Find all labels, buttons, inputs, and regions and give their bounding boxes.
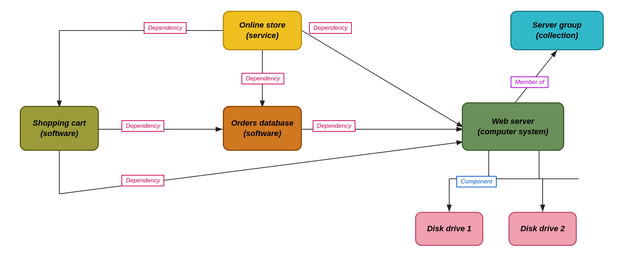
online-store-node: Online store (service) — [223, 11, 302, 50]
member-of-label: Member of — [511, 76, 548, 88]
server-group-node: Server group (collection) — [510, 11, 604, 50]
component-label: Component — [456, 176, 497, 187]
svg-line-4 — [302, 31, 464, 127]
orders-database-node: Orders database (software) — [223, 106, 302, 151]
dependency-label-6: Dependency — [121, 175, 164, 186]
dependency-label-4: Dependency — [121, 120, 164, 132]
disk-drive-1-node: Disk drive 1 — [415, 212, 483, 246]
disk-drive-2-node: Disk drive 2 — [509, 212, 577, 246]
web-server-node: Web server (computer system) — [462, 102, 564, 151]
dependency-label-5: Dependency — [313, 120, 355, 132]
shopping-cart-node: Shopping cart (software) — [20, 106, 99, 151]
dependency-label-1: Dependency — [144, 22, 187, 34]
diagram: Online store (service) Server group (col… — [0, 0, 644, 261]
dependency-label-3: Dependency — [242, 73, 284, 84]
dependency-label-2: Dependency — [309, 22, 352, 34]
